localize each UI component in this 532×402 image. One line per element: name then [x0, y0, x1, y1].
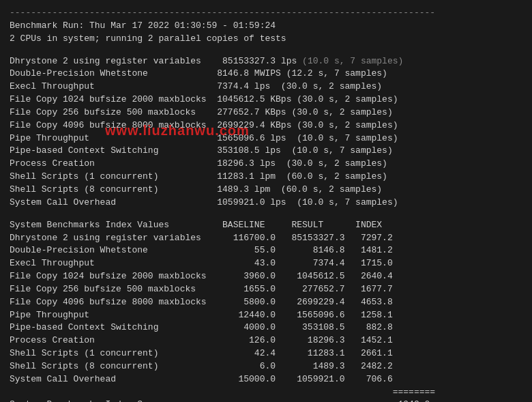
bench-row-11: System Call Overhead 1059921.0 lps (10.0… — [10, 197, 522, 210]
bench-row-3: File Copy 1024 bufsize 2000 maxblocks 10… — [10, 94, 522, 106]
benchmark-run: Benchmark Run: Thu Mar 17 2022 01:30:59 … — [10, 20, 522, 33]
index-row-11: System Call Overhead 15000.0 1059921.0 7… — [10, 373, 522, 386]
index-row-3: File Copy 1024 bufsize 2000 maxblocks 39… — [10, 270, 522, 283]
index-row-0: Dhrystone 2 using register variables 116… — [10, 232, 522, 245]
index-row-5: File Copy 4096 bufsize 8000 maxblocks 58… — [10, 296, 522, 309]
bench-row-4: File Copy 256 bufsize 500 maxblocks 2776… — [10, 106, 522, 119]
index-row-8: Process Creation 126.0 18296.3 1452.1 — [10, 334, 522, 347]
cpu-info: 2 CPUs in system; running 2 parallel cop… — [10, 33, 522, 46]
index-row-9: Shell Scripts (1 concurrent) 42.4 11283.… — [10, 347, 522, 360]
index-rows: Dhrystone 2 using register variables 116… — [10, 232, 522, 386]
terminal: ----------------------------------------… — [10, 7, 522, 402]
index-row-6: Pipe Throughput 12440.0 1565096.6 1258.1 — [10, 309, 522, 322]
bench-row-8: Process Creation 18296.3 lps (30.0 s, 2 … — [10, 158, 522, 171]
bench-row-1: Double-Precision Whetstone 8146.8 MWIPS … — [10, 68, 522, 81]
bench-row-0: Dhrystone 2 using register variables 851… — [10, 55, 522, 68]
bench-row-9: Shell Scripts (1 concurrent) 11283.1 lpm… — [10, 171, 522, 184]
index-row-1: Double-Precision Whetstone 55.0 8146.8 1… — [10, 244, 522, 257]
bench-row-10: Shell Scripts (8 concurrent) 1489.3 lpm … — [10, 184, 522, 197]
bench-row-5: File Copy 4096 bufsize 8000 maxblocks 26… — [10, 119, 522, 132]
index-header: System Benchmarks Index Values BASELINE … — [10, 219, 522, 232]
bench-row-2: Execl Throughput 7374.4 lps (30.0 s, 2 s… — [10, 81, 522, 94]
bench-rows: Dhrystone 2 using register variables 851… — [10, 55, 522, 210]
bench-row-6: Pipe Throughput 1565096.6 lps (10.0 s, 7… — [10, 132, 522, 145]
index-row-4: File Copy 256 bufsize 500 maxblocks 1655… — [10, 283, 522, 296]
index-row-7: Pipe-based Context Switching 4000.0 3531… — [10, 321, 522, 334]
index-row-2: Execl Throughput 43.0 7374.4 1715.0 — [10, 257, 522, 270]
bench-row-7: Pipe-based Context Switching 353108.5 lp… — [10, 145, 522, 158]
index-row-10: Shell Scripts (8 concurrent) 6.0 1489.3 … — [10, 360, 522, 373]
separator-top: ----------------------------------------… — [10, 7, 522, 20]
equals-bar: ======== — [10, 386, 522, 399]
score-line: System Benchmarks Index Score 1942.0 — [10, 399, 522, 402]
